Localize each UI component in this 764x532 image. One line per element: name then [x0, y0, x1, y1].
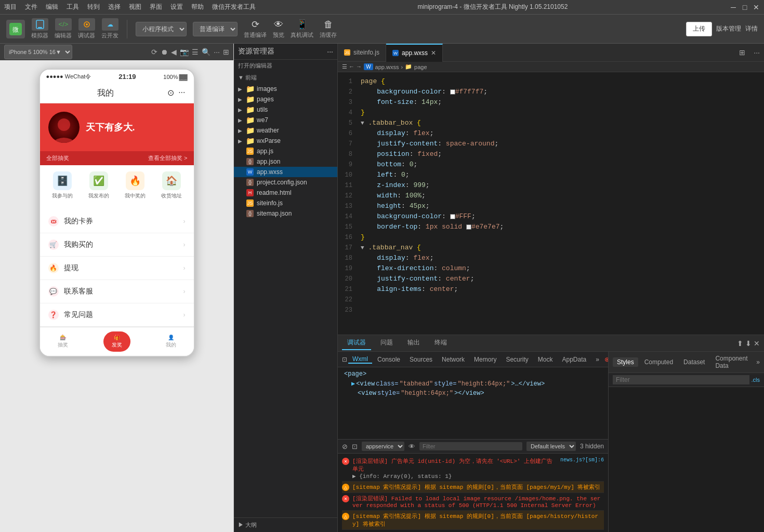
nav-item-won[interactable]: 🔥 我中奖的	[125, 171, 146, 200]
devtools-expand-icon[interactable]: ⬆	[737, 339, 743, 348]
search-icon[interactable]: 🔍	[202, 48, 210, 56]
computed-tab[interactable]: Computed	[640, 357, 677, 367]
close-button[interactable]: ✕	[753, 4, 760, 11]
menu-item-edit[interactable]: 编辑	[46, 3, 58, 11]
list-item-service[interactable]: 💬 联系客服 ›	[40, 280, 194, 303]
inner-tab-memory[interactable]: Memory	[470, 356, 500, 363]
breadcrumb-file[interactable]: app.wxss	[375, 64, 399, 70]
devtools-collapse-icon[interactable]: ⬇	[745, 339, 752, 348]
tab-appwxss[interactable]: W app.wxss ✕	[386, 44, 443, 62]
tab-mine[interactable]: 👤 我的	[166, 335, 176, 349]
styles-filter-input[interactable]	[613, 375, 749, 384]
inner-tab-sources[interactable]: Sources	[405, 356, 437, 363]
folder-pages[interactable]: ▶ 📁 pages	[234, 94, 337, 104]
devtools-close-icon[interactable]: ✕	[754, 339, 760, 348]
tab-siteinfojs[interactable]: JS siteinfo.js	[338, 44, 386, 62]
tab-close-button[interactable]: ✕	[431, 49, 436, 57]
folder-weather[interactable]: ▶ 📁 weather	[234, 125, 337, 136]
compile-select[interactable]: 普通编译	[193, 22, 238, 36]
inner-tab-network[interactable]: Network	[438, 356, 469, 363]
console-filter-input[interactable]	[419, 442, 522, 450]
inner-tab-more[interactable]: »	[591, 356, 603, 363]
menu-item-help[interactable]: 帮助	[191, 3, 204, 11]
list-item-withdraw[interactable]: 🔥 提现 ›	[40, 257, 194, 280]
inner-tab-mock[interactable]: Mock	[534, 356, 557, 363]
editor-button[interactable]: </> 编辑器	[55, 18, 72, 39]
mode-select[interactable]: 小程序模式	[136, 22, 187, 36]
inner-tab-wxml[interactable]: Wxml	[348, 355, 372, 364]
maximize-button[interactable]: □	[741, 4, 748, 11]
more-menu-icon[interactable]: ···	[178, 88, 185, 97]
nav-item-participated[interactable]: 🗄️ 我参与的	[52, 171, 73, 200]
upload-button[interactable]: 上传	[686, 22, 712, 36]
preview-button[interactable]: 👁 预览	[273, 19, 284, 39]
menu-item-select[interactable]: 选择	[108, 3, 121, 11]
folder-wxparse[interactable]: ▶ 📁 wxParse	[234, 136, 337, 146]
console-filter-icon[interactable]: ⊡	[352, 443, 358, 450]
file-readme[interactable]: H readme.html	[234, 188, 337, 198]
list-item-purchased[interactable]: 🛒 我购买的 ›	[40, 233, 194, 257]
folder-images[interactable]: ▶ 📁 images	[234, 84, 337, 94]
cloud-button[interactable]: ☁ 云开发	[101, 18, 118, 39]
record-icon[interactable]: ⏺	[161, 48, 168, 56]
list-item-coupon[interactable]: 🎟 我的卡券 ›	[40, 210, 194, 233]
menu-item-interface[interactable]: 界面	[150, 3, 162, 11]
detail-button[interactable]: 详情	[745, 24, 758, 33]
more-icon[interactable]: ···	[214, 48, 220, 56]
tab-terminal[interactable]: 终端	[429, 336, 452, 350]
back-icon[interactable]: ◀	[171, 48, 177, 56]
expand-icon[interactable]: ⊞	[223, 48, 229, 56]
folder-utils[interactable]: ▶ 📁 utils	[234, 104, 337, 115]
file-appjs[interactable]: JS app.js	[234, 146, 337, 156]
clear-cache-button[interactable]: 🗑 清缓存	[320, 19, 337, 39]
breadcrumb-page[interactable]: page	[414, 64, 427, 70]
appservice-select[interactable]: appservice	[362, 442, 404, 451]
side-more-icon[interactable]: »	[756, 358, 760, 366]
camera-icon[interactable]: ⊙	[167, 88, 174, 98]
tab-lottery[interactable]: 🎰 抽奖	[58, 335, 68, 349]
file-sitemapjson[interactable]: {} sitemap.json	[234, 208, 337, 219]
console-eye-icon[interactable]: 👁	[409, 443, 415, 450]
coupon-view-label[interactable]: 查看全部抽奖 >	[148, 154, 187, 162]
log-source-0[interactable]: news.js?[sm]:6	[560, 457, 604, 463]
file-siteinfojs[interactable]: JS siteinfo.js	[234, 198, 337, 208]
inner-tab-security[interactable]: Security	[502, 356, 532, 363]
more-editor-button[interactable]: ···	[749, 48, 764, 57]
simulate-button[interactable]: 模拟器	[31, 18, 48, 39]
tab-problems[interactable]: 问题	[375, 336, 398, 350]
console-clear-icon[interactable]: ⊘	[342, 443, 348, 450]
debug-button[interactable]: 调试器	[78, 18, 95, 39]
outline-section[interactable]: ▶ 大纲	[234, 517, 337, 532]
styles-tab[interactable]: Styles	[613, 357, 638, 367]
cls-button[interactable]: .cls	[752, 377, 760, 383]
screenshot-icon[interactable]: 📷	[180, 48, 189, 56]
wxml-line-tabhead[interactable]: ▶ <view class="tabhead" style="height:64…	[342, 379, 604, 389]
wxml-line-page[interactable]: <page>	[342, 369, 604, 379]
file-appjson[interactable]: {} app.json	[234, 156, 337, 167]
log-level-select[interactable]: Default levels	[526, 442, 576, 451]
menu-item-wechat-dev[interactable]: 微信开发者工具	[212, 3, 256, 11]
devtools-control-icon[interactable]: ⊡	[342, 356, 347, 363]
list-item-faq[interactable]: ❓ 常见问题 ›	[40, 303, 194, 327]
open-editors-section[interactable]: 打开的编辑器	[234, 60, 337, 72]
menu-item-settings[interactable]: 设置	[170, 3, 183, 11]
inner-tab-appdata[interactable]: AppData	[558, 356, 590, 363]
coupon-bar[interactable]: 全部抽奖 查看全部抽奖 >	[40, 151, 194, 165]
menu-item-project[interactable]: 项目	[4, 3, 17, 11]
menu-item-goto[interactable]: 转到	[87, 3, 100, 11]
frontend-section[interactable]: ▼ 前端	[234, 72, 337, 84]
menu-item-view[interactable]: 视图	[129, 3, 141, 11]
menu-item-file[interactable]: 文件	[25, 3, 37, 11]
refresh-button[interactable]: ⟳ 普通编译	[244, 19, 267, 39]
minimize-button[interactable]: ─	[730, 4, 737, 11]
component-data-tab[interactable]: Component Data	[711, 354, 754, 370]
nav-item-published[interactable]: ✅ 我发布的	[88, 171, 109, 200]
expand-icon[interactable]: ▶	[351, 380, 355, 388]
wxml-line-view2[interactable]: <view style="height:64px;" ></view>	[342, 389, 604, 398]
real-debug-button[interactable]: 📱 真机调试	[291, 19, 313, 39]
tab-debugger[interactable]: 调试器	[342, 336, 371, 350]
explorer-more-icon[interactable]: ···	[327, 47, 333, 56]
file-appwxss[interactable]: W app.wxss	[234, 167, 337, 177]
inner-tab-console[interactable]: Console	[373, 356, 404, 363]
device-select[interactable]: iPhone 5 100% 16▼	[4, 45, 72, 59]
